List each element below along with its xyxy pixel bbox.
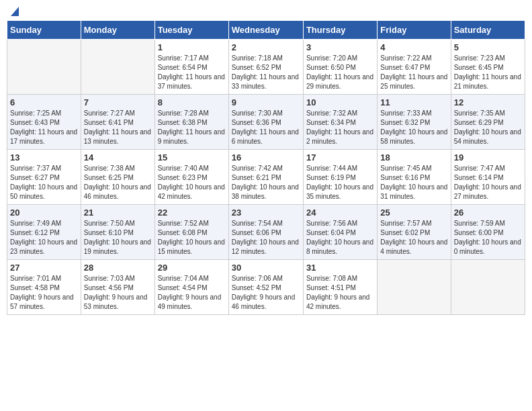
day-info: Sunrise: 7:59 AM Sunset: 6:00 PM Dayligh… bbox=[454, 219, 522, 257]
calendar-week-row: 27Sunrise: 7:01 AM Sunset: 4:58 PM Dayli… bbox=[7, 260, 525, 315]
day-number: 16 bbox=[232, 152, 300, 163]
calendar-day-cell: 8Sunrise: 7:28 AM Sunset: 6:38 PM Daylig… bbox=[154, 95, 228, 150]
day-number: 5 bbox=[454, 42, 522, 52]
day-info: Sunrise: 7:47 AM Sunset: 6:14 PM Dayligh… bbox=[454, 164, 522, 201]
day-info: Sunrise: 7:04 AM Sunset: 4:54 PM Dayligh… bbox=[158, 274, 226, 312]
day-number: 11 bbox=[380, 97, 447, 107]
day-header-wednesday: Wednesday bbox=[228, 21, 303, 40]
day-number: 14 bbox=[84, 152, 152, 163]
calendar-day-cell: 1Sunrise: 7:17 AM Sunset: 6:54 PM Daylig… bbox=[154, 40, 228, 95]
calendar-day-cell: 15Sunrise: 7:40 AM Sunset: 6:23 PM Dayli… bbox=[154, 150, 228, 205]
calendar-day-cell: 25Sunrise: 7:57 AM Sunset: 6:02 PM Dayli… bbox=[378, 205, 451, 260]
calendar-day-cell: 23Sunrise: 7:54 AM Sunset: 6:06 PM Dayli… bbox=[228, 205, 303, 260]
day-info: Sunrise: 7:35 AM Sunset: 6:29 PM Dayligh… bbox=[454, 109, 522, 146]
calendar-day-cell: 14Sunrise: 7:38 AM Sunset: 6:25 PM Dayli… bbox=[81, 150, 154, 205]
day-info: Sunrise: 7:32 AM Sunset: 6:34 PM Dayligh… bbox=[306, 109, 374, 146]
calendar-day-cell: 29Sunrise: 7:04 AM Sunset: 4:54 PM Dayli… bbox=[154, 260, 228, 315]
calendar-day-cell: 26Sunrise: 7:59 AM Sunset: 6:00 PM Dayli… bbox=[451, 205, 525, 260]
day-number: 25 bbox=[380, 208, 447, 218]
day-number: 9 bbox=[232, 97, 300, 107]
day-number: 3 bbox=[306, 42, 374, 52]
calendar-day-cell: 19Sunrise: 7:47 AM Sunset: 6:14 PM Dayli… bbox=[451, 150, 525, 205]
day-header-monday: Monday bbox=[81, 21, 154, 40]
day-info: Sunrise: 7:44 AM Sunset: 6:19 PM Dayligh… bbox=[306, 164, 374, 201]
day-info: Sunrise: 7:17 AM Sunset: 6:54 PM Dayligh… bbox=[158, 54, 226, 91]
day-info: Sunrise: 7:30 AM Sunset: 6:36 PM Dayligh… bbox=[232, 109, 300, 146]
day-info: Sunrise: 7:49 AM Sunset: 6:12 PM Dayligh… bbox=[10, 219, 78, 257]
calendar-table: SundayMondayTuesdayWednesdayThursdayFrid… bbox=[7, 20, 525, 315]
day-info: Sunrise: 7:33 AM Sunset: 6:32 PM Dayligh… bbox=[380, 109, 447, 146]
day-info: Sunrise: 7:08 AM Sunset: 4:51 PM Dayligh… bbox=[306, 274, 374, 312]
day-info: Sunrise: 7:06 AM Sunset: 4:52 PM Dayligh… bbox=[232, 274, 300, 312]
day-number: 23 bbox=[232, 208, 300, 218]
day-number: 31 bbox=[306, 263, 374, 273]
calendar-day-cell: 24Sunrise: 7:56 AM Sunset: 6:04 PM Dayli… bbox=[303, 205, 377, 260]
calendar-day-cell bbox=[378, 260, 451, 315]
day-info: Sunrise: 7:03 AM Sunset: 4:56 PM Dayligh… bbox=[84, 274, 152, 312]
day-info: Sunrise: 7:57 AM Sunset: 6:02 PM Dayligh… bbox=[380, 219, 447, 257]
day-info: Sunrise: 7:27 AM Sunset: 6:41 PM Dayligh… bbox=[84, 109, 152, 146]
calendar-day-cell: 11Sunrise: 7:33 AM Sunset: 6:32 PM Dayli… bbox=[378, 95, 451, 150]
calendar-day-cell: 18Sunrise: 7:45 AM Sunset: 6:16 PM Dayli… bbox=[378, 150, 451, 205]
page-header bbox=[7, 7, 525, 15]
calendar-day-cell: 30Sunrise: 7:06 AM Sunset: 4:52 PM Dayli… bbox=[228, 260, 303, 315]
day-info: Sunrise: 7:01 AM Sunset: 4:58 PM Dayligh… bbox=[10, 274, 78, 312]
calendar-day-cell: 20Sunrise: 7:49 AM Sunset: 6:12 PM Dayli… bbox=[7, 205, 81, 260]
day-info: Sunrise: 7:20 AM Sunset: 6:50 PM Dayligh… bbox=[306, 54, 374, 91]
day-info: Sunrise: 7:40 AM Sunset: 6:23 PM Dayligh… bbox=[158, 164, 226, 201]
calendar-day-cell: 16Sunrise: 7:42 AM Sunset: 6:21 PM Dayli… bbox=[228, 150, 303, 205]
calendar-day-cell bbox=[7, 40, 81, 95]
day-number: 20 bbox=[10, 208, 78, 218]
day-header-saturday: Saturday bbox=[451, 21, 525, 40]
calendar-day-cell: 7Sunrise: 7:27 AM Sunset: 6:41 PM Daylig… bbox=[81, 95, 154, 150]
calendar-day-cell: 28Sunrise: 7:03 AM Sunset: 4:56 PM Dayli… bbox=[81, 260, 154, 315]
logo bbox=[9, 7, 19, 15]
day-number: 27 bbox=[10, 263, 78, 273]
day-info: Sunrise: 7:25 AM Sunset: 6:43 PM Dayligh… bbox=[10, 109, 78, 146]
day-number: 12 bbox=[454, 97, 522, 107]
calendar-day-cell: 21Sunrise: 7:50 AM Sunset: 6:10 PM Dayli… bbox=[81, 205, 154, 260]
day-number: 1 bbox=[158, 42, 226, 52]
day-header-friday: Friday bbox=[378, 21, 451, 40]
day-number: 30 bbox=[232, 263, 300, 273]
day-info: Sunrise: 7:18 AM Sunset: 6:52 PM Dayligh… bbox=[232, 54, 300, 91]
calendar-day-cell: 6Sunrise: 7:25 AM Sunset: 6:43 PM Daylig… bbox=[7, 95, 81, 150]
calendar-week-row: 1Sunrise: 7:17 AM Sunset: 6:54 PM Daylig… bbox=[7, 40, 525, 95]
day-info: Sunrise: 7:54 AM Sunset: 6:06 PM Dayligh… bbox=[232, 219, 300, 257]
day-number: 29 bbox=[158, 263, 226, 273]
day-info: Sunrise: 7:38 AM Sunset: 6:25 PM Dayligh… bbox=[84, 164, 152, 201]
calendar-day-cell: 12Sunrise: 7:35 AM Sunset: 6:29 PM Dayli… bbox=[451, 95, 525, 150]
calendar-day-cell: 27Sunrise: 7:01 AM Sunset: 4:58 PM Dayli… bbox=[7, 260, 81, 315]
calendar-day-cell: 17Sunrise: 7:44 AM Sunset: 6:19 PM Dayli… bbox=[303, 150, 377, 205]
day-number: 18 bbox=[380, 152, 447, 163]
day-number: 22 bbox=[158, 208, 226, 218]
calendar-day-cell bbox=[451, 260, 525, 315]
calendar-week-row: 6Sunrise: 7:25 AM Sunset: 6:43 PM Daylig… bbox=[7, 95, 525, 150]
calendar-day-cell: 13Sunrise: 7:37 AM Sunset: 6:27 PM Dayli… bbox=[7, 150, 81, 205]
day-number: 2 bbox=[232, 42, 300, 52]
day-info: Sunrise: 7:42 AM Sunset: 6:21 PM Dayligh… bbox=[232, 164, 300, 201]
day-header-thursday: Thursday bbox=[303, 21, 377, 40]
calendar-day-cell: 4Sunrise: 7:22 AM Sunset: 6:47 PM Daylig… bbox=[378, 40, 451, 95]
calendar-day-cell: 9Sunrise: 7:30 AM Sunset: 6:36 PM Daylig… bbox=[228, 95, 303, 150]
day-header-tuesday: Tuesday bbox=[154, 21, 228, 40]
day-number: 15 bbox=[158, 152, 226, 163]
day-info: Sunrise: 7:45 AM Sunset: 6:16 PM Dayligh… bbox=[380, 164, 447, 201]
day-number: 26 bbox=[454, 208, 522, 218]
day-number: 24 bbox=[306, 208, 374, 218]
day-number: 19 bbox=[454, 152, 522, 163]
calendar-day-cell: 22Sunrise: 7:52 AM Sunset: 6:08 PM Dayli… bbox=[154, 205, 228, 260]
logo-triangle-icon bbox=[11, 7, 19, 16]
calendar-day-cell: 2Sunrise: 7:18 AM Sunset: 6:52 PM Daylig… bbox=[228, 40, 303, 95]
day-info: Sunrise: 7:22 AM Sunset: 6:47 PM Dayligh… bbox=[380, 54, 447, 91]
day-number: 7 bbox=[84, 97, 152, 107]
day-info: Sunrise: 7:23 AM Sunset: 6:45 PM Dayligh… bbox=[454, 54, 522, 91]
day-number: 21 bbox=[84, 208, 152, 218]
day-number: 17 bbox=[306, 152, 374, 163]
day-info: Sunrise: 7:37 AM Sunset: 6:27 PM Dayligh… bbox=[10, 164, 78, 201]
day-number: 8 bbox=[158, 97, 226, 107]
day-header-sunday: Sunday bbox=[7, 21, 81, 40]
day-number: 28 bbox=[84, 263, 152, 273]
day-info: Sunrise: 7:28 AM Sunset: 6:38 PM Dayligh… bbox=[158, 109, 226, 146]
day-info: Sunrise: 7:50 AM Sunset: 6:10 PM Dayligh… bbox=[84, 219, 152, 257]
